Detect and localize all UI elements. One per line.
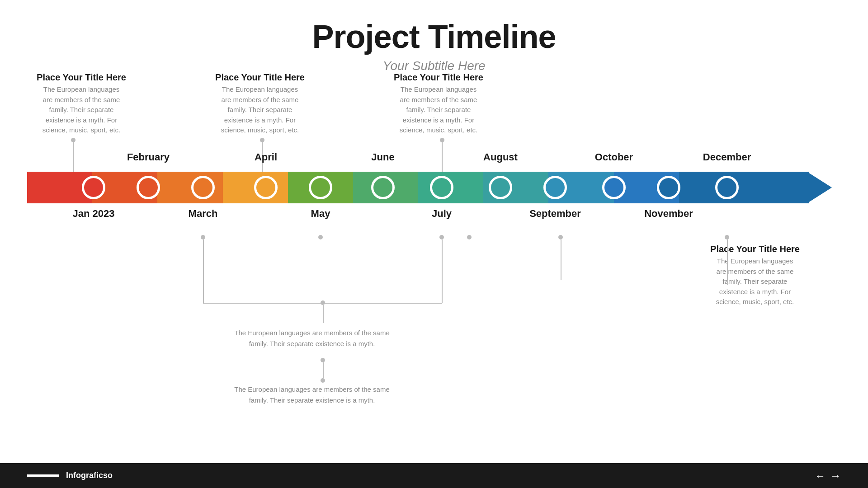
label-oct: October [595, 151, 633, 163]
ann3-text: The European languagesare members of the… [393, 84, 484, 136]
connector-line-sep [442, 142, 443, 172]
label-dec: December [703, 151, 751, 163]
next-arrow[interactable]: → [830, 469, 841, 482]
bot-dot-mar [201, 235, 205, 239]
label-nov: November [644, 208, 693, 220]
circle-nov [657, 176, 680, 199]
top-annotation-2: Place Your Title Here The European langu… [215, 72, 305, 136]
bottom-right-annotation: Place Your Title Here The European langu… [705, 244, 805, 307]
bracket-center-dot [321, 300, 325, 305]
bot-dot-dec [725, 235, 729, 239]
circle-sep [543, 176, 567, 199]
connector-dot-sep [440, 138, 444, 142]
circle-jul [430, 176, 453, 199]
circle-oct [602, 176, 626, 199]
circle-aug [489, 176, 512, 199]
label-mar: March [189, 208, 218, 220]
circle-feb [137, 176, 160, 199]
footer-line [27, 474, 59, 477]
circle-jun [371, 176, 395, 199]
circle-jan [82, 176, 105, 199]
ann3-title: Place Your Title Here [393, 72, 484, 83]
br-ann-title: Place Your Title Here [705, 244, 805, 254]
footer: Infograficso ← → [0, 463, 868, 488]
bracket-center-dot3 [321, 378, 325, 383]
circle-apr [254, 176, 278, 199]
bot-dot-sep [467, 235, 472, 239]
nov-connector-v [561, 239, 561, 280]
ann2-title: Place Your Title Here [215, 72, 305, 83]
bot-dot-nov [558, 235, 563, 239]
ann1-text: The European languagesare members of the… [36, 84, 127, 136]
label-sep: September [529, 208, 581, 220]
bottom-note-1: The European languages are members of th… [226, 328, 398, 349]
header: Project Timeline Your Subtitle Here [0, 0, 868, 73]
timeline-container: Place Your Title Here The European langu… [0, 72, 868, 443]
label-feb: February [127, 151, 170, 163]
top-annotation-3: Place Your Title Here The European langu… [393, 72, 484, 136]
label-apr: April [255, 151, 277, 163]
dec-connector-v [727, 239, 728, 285]
bracket-right-v [442, 239, 443, 303]
footer-brand: Infograficso [66, 471, 113, 480]
timeline-bar-wrapper: Jan 2023 March May July September Novemb… [27, 172, 832, 203]
br-ann-text: The European languagesare members of the… [705, 256, 805, 307]
bracket-center-v2 [323, 362, 324, 378]
ann1-title: Place Your Title Here [36, 72, 127, 83]
bracket-center-v [323, 305, 324, 323]
label-jul: July [432, 208, 452, 220]
circle-may [309, 176, 332, 199]
label-aug: August [483, 151, 518, 163]
top-annotation-1: Place Your Title Here The European langu… [36, 72, 127, 136]
connector-line-jan [73, 142, 74, 172]
timeline-arrow [807, 172, 832, 203]
connector-dot-jan [71, 138, 75, 142]
page-title: Project Timeline [0, 18, 868, 55]
label-may: May [311, 208, 330, 220]
circle-dec [715, 176, 739, 199]
prev-arrow[interactable]: ← [815, 469, 826, 482]
bottom-note-2-text: The European languages are members of th… [226, 384, 398, 406]
circle-mar [191, 176, 215, 199]
page-subtitle: Your Subtitle Here [0, 59, 868, 73]
bottom-note-2: The European languages are members of th… [226, 384, 398, 406]
ann2-text: The European languagesare members of the… [215, 84, 305, 136]
bot-dot-jul [439, 235, 444, 239]
bottom-note-1-text: The European languages are members of th… [226, 328, 398, 349]
footer-nav[interactable]: ← → [815, 469, 841, 482]
bracket-left-v [203, 239, 204, 303]
connector-dot-may [260, 138, 264, 142]
bracket-center-dot2 [321, 358, 325, 362]
label-jun: June [371, 151, 394, 163]
label-jan: Jan 2023 [73, 208, 115, 220]
bot-dot-may [318, 235, 323, 239]
